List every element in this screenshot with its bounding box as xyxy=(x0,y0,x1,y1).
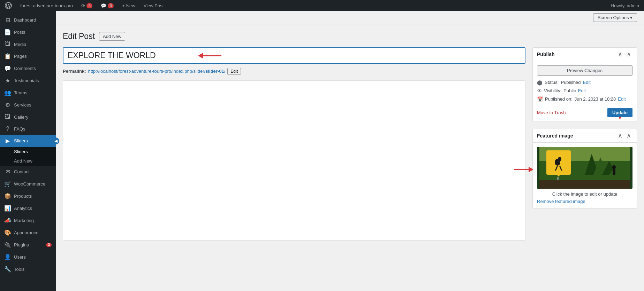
services-icon: ⚙ xyxy=(4,102,11,108)
featured-image-title: Featured image xyxy=(537,133,573,139)
wp-logo[interactable] xyxy=(3,0,14,11)
post-main: EXPLORE THE WORLD Permalink: http://loca… xyxy=(63,47,525,241)
site-name: forest-adventure-tours-pro xyxy=(20,3,73,8)
howdy-item[interactable]: Howdy, admin xyxy=(609,0,641,11)
publish-date-row: 📅 Published on: Jun 2, 2023 at 10:28 Edi… xyxy=(537,96,632,102)
svg-rect-17 xyxy=(539,180,630,189)
plugins-icon: 🔌 xyxy=(4,242,11,248)
status-edit-link[interactable]: Edit xyxy=(583,80,591,85)
sidebar-item-gallery[interactable]: 🖼 Gallery xyxy=(0,111,56,123)
publish-collapse-button[interactable]: ∧ xyxy=(616,50,624,58)
sidebar-item-label: Tools xyxy=(14,267,24,272)
comments-icon: 💬 xyxy=(4,65,11,72)
sidebar-item-marketing[interactable]: 📣 Marketing xyxy=(0,214,56,227)
sidebar-item-testimonials[interactable]: ★ Testimonials xyxy=(0,74,56,87)
sidebar-item-contact[interactable]: ✉ Contact xyxy=(0,166,56,178)
visibility-value: Public xyxy=(563,88,576,93)
sidebar-item-teams[interactable]: 👥 Teams xyxy=(0,87,56,99)
publish-metabox: Publish ∧ ∧ Preview Changes ⬤ Status: xyxy=(532,47,637,122)
featured-image-close-button[interactable]: ∧ xyxy=(625,132,632,140)
sidebar-item-comments[interactable]: 💬 Comments xyxy=(0,62,56,74)
sidebar-item-media[interactable]: 🖼 Media xyxy=(0,38,56,50)
sidebar-item-pages[interactable]: 📋 Pages xyxy=(0,50,56,62)
permalink-link[interactable]: http://localhost/forest-adventure-tours-… xyxy=(88,69,225,74)
sidebar-collapse-arrow[interactable]: ◀ xyxy=(52,137,59,144)
publish-metabox-title: Publish xyxy=(537,52,555,57)
sidebar-item-services[interactable]: ⚙ Services xyxy=(0,99,56,111)
sidebar-item-plugins[interactable]: 🔌 Plugins 3 xyxy=(0,239,56,251)
status-icon: ⬤ xyxy=(537,80,543,85)
sidebar-item-analytics[interactable]: 📊 Analytics xyxy=(0,202,56,214)
red-arrow-right xyxy=(513,164,535,175)
post-sidebar: Publish ∧ ∧ Preview Changes ⬤ Status: xyxy=(532,47,637,215)
new-content-label: + New xyxy=(122,3,135,8)
admin-bar: forest-adventure-tours-pro ⟳ 3 💬 0 + New… xyxy=(0,0,644,11)
featured-image-content: Click the image to edit or update Remove… xyxy=(533,143,637,208)
sidebar-item-label: Users xyxy=(14,254,26,260)
sidebar-item-users[interactable]: 👤 Users xyxy=(0,251,56,263)
sidebar-item-label: Pages xyxy=(14,54,27,59)
sidebar-item-label: Testimonials xyxy=(14,78,39,83)
sidebar-item-tools[interactable]: 🔧 Tools xyxy=(0,263,56,275)
sidebar-item-products[interactable]: 📦 Products xyxy=(0,190,56,202)
permalink-slug: slider-01 xyxy=(205,69,224,74)
updates-icon: ⟳ xyxy=(81,3,85,8)
permalink-wrap: Permalink: http://localhost/forest-adven… xyxy=(63,68,525,75)
sidebar-item-sliders[interactable]: ▶ Sliders ◀ xyxy=(0,135,56,147)
update-button[interactable]: Update xyxy=(607,108,632,117)
featured-image-svg xyxy=(537,147,632,189)
title-container: EXPLORE THE WORLD xyxy=(63,47,525,64)
testimonials-icon: ★ xyxy=(4,77,11,84)
featured-image-area xyxy=(537,147,632,189)
publish-metabox-header: Publish ∧ ∧ xyxy=(533,48,637,61)
featured-image-collapse-button[interactable]: ∧ xyxy=(616,132,624,140)
sidebar-item-label: Sliders xyxy=(14,138,28,143)
title-wrap: EXPLORE THE WORLD xyxy=(63,47,525,64)
featured-image-caption: Click the image to edit or update xyxy=(537,191,632,197)
contact-icon: ✉ xyxy=(4,168,11,175)
sliders-submenu: Sliders Add New xyxy=(0,147,56,166)
submenu-item-add-new[interactable]: Add New xyxy=(0,156,56,166)
move-to-trash-link[interactable]: Move to Trash xyxy=(537,110,566,115)
plugins-badge: 3 xyxy=(46,243,52,247)
tools-icon: 🔧 xyxy=(4,266,11,273)
featured-image-metabox: Featured image ∧ ∧ xyxy=(532,129,637,209)
publish-toggle-buttons: ∧ ∧ xyxy=(616,50,632,58)
screen-options-wrap: Screen Options ▾ xyxy=(56,11,644,24)
sidebar-item-label: Contact xyxy=(14,169,30,174)
remove-featured-image-link[interactable]: Remove featured image xyxy=(537,199,632,204)
post-content-area[interactable] xyxy=(63,80,525,241)
sidebar-item-faqs[interactable]: ? FAQs xyxy=(0,123,56,135)
appearance-icon: 🎨 xyxy=(4,229,11,236)
visibility-label: Visibility: xyxy=(544,88,561,93)
sliders-icon: ▶ xyxy=(4,137,11,144)
sidebar-item-dashboard[interactable]: ⊞ Dashboard xyxy=(0,14,56,26)
submenu-item-all-sliders[interactable]: Sliders xyxy=(0,147,56,156)
visibility-icon: 👁 xyxy=(537,88,542,94)
sidebar-item-posts[interactable]: 📄 Posts xyxy=(0,26,56,38)
preview-changes-button[interactable]: Preview Changes xyxy=(537,65,632,76)
view-post-item[interactable]: View Post xyxy=(142,0,166,11)
publish-visibility-row: 👁 Visibility: Public Edit xyxy=(537,88,632,94)
post-title-input[interactable]: EXPLORE THE WORLD xyxy=(63,48,525,63)
sidebar-item-woocommerce[interactable]: 🛒 WooCommerce xyxy=(0,178,56,190)
featured-image-thumbnail[interactable] xyxy=(537,147,632,189)
analytics-icon: 📊 xyxy=(4,205,11,212)
sidebar-item-label: Teams xyxy=(14,90,27,95)
comments-item[interactable]: 💬 0 xyxy=(99,0,116,11)
main-content: Screen Options ▾ Edit Post Add New EXPLO… xyxy=(56,11,644,291)
new-content-item[interactable]: + New xyxy=(120,0,137,11)
visibility-edit-link[interactable]: Edit xyxy=(578,88,586,93)
updates-item[interactable]: ⟳ 3 xyxy=(79,0,94,11)
sidebar-item-appearance[interactable]: 🎨 Appearance xyxy=(0,227,56,239)
howdy-label: Howdy, admin xyxy=(611,3,639,8)
add-new-button[interactable]: Add New xyxy=(99,32,125,41)
publish-close-button[interactable]: ∧ xyxy=(625,50,632,58)
screen-options-button[interactable]: Screen Options ▾ xyxy=(593,13,637,22)
published-on-edit-link[interactable]: Edit xyxy=(618,96,626,102)
comments-count: 0 xyxy=(108,3,114,8)
edit-slug-button[interactable]: Edit xyxy=(227,68,241,75)
site-name-item[interactable]: forest-adventure-tours-pro xyxy=(18,0,75,11)
admin-menu: ⊞ Dashboard 📄 Posts 🖼 Media 📋 Pages 💬 Co… xyxy=(0,11,56,291)
sidebar-item-label: Gallery xyxy=(14,115,28,120)
